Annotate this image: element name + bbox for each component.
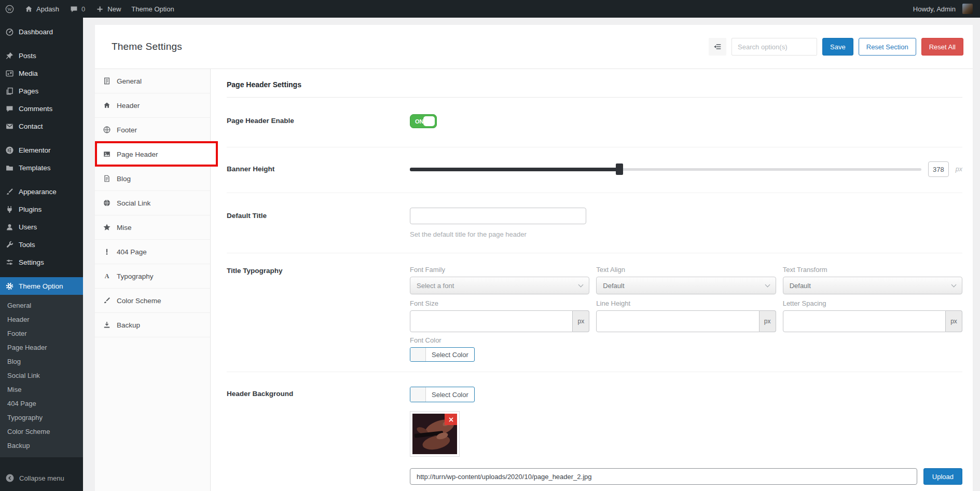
- tab-social-link[interactable]: Social Link: [95, 191, 210, 215]
- sidebar-item-pages[interactable]: Pages: [0, 82, 83, 100]
- comment-icon: [5, 104, 14, 113]
- default-title-help: Set the default title for the page heade…: [410, 230, 962, 238]
- theme-option-submenu: General Header Footer Page Header Blog S…: [0, 295, 83, 457]
- text-transform-label: Text Transform: [783, 266, 962, 274]
- submenu-item-mise[interactable]: Mise: [0, 383, 83, 397]
- slider-track[interactable]: [410, 168, 921, 171]
- banner-height-value-input[interactable]: [928, 161, 949, 177]
- font-family-select[interactable]: Select a font: [410, 277, 589, 294]
- select-color-label: Select Color: [426, 387, 474, 402]
- tab-color-scheme[interactable]: Color Scheme: [95, 289, 210, 313]
- tab-label: Social Link: [117, 199, 150, 207]
- card-body: General Header Footer Page Header Blog S…: [95, 69, 973, 491]
- submenu-item-general[interactable]: General: [0, 298, 83, 312]
- submenu-item-backup[interactable]: Backup: [0, 439, 83, 453]
- reset-all-button[interactable]: Reset All: [921, 38, 963, 56]
- upload-button[interactable]: Upload: [923, 468, 962, 485]
- color-swatch: [410, 387, 426, 402]
- default-title-input[interactable]: [410, 208, 586, 224]
- tab-footer[interactable]: Footer: [95, 118, 210, 142]
- tab-blog[interactable]: Blog: [95, 167, 210, 191]
- comments-count: 0: [81, 5, 85, 13]
- plug-icon: [5, 205, 14, 214]
- sidebar-item-contact[interactable]: Contact: [0, 117, 83, 135]
- collapse-arrow-icon: [5, 473, 15, 483]
- site-name-menu[interactable]: Apdash: [19, 0, 64, 18]
- remove-image-button[interactable]: [445, 414, 457, 425]
- theme-option-toolbar-label: Theme Option: [131, 5, 174, 13]
- admin-bar-left: W Apdash 0 New Theme Option: [0, 0, 180, 18]
- sidebar-item-templates[interactable]: Templates: [0, 159, 83, 176]
- font-color-picker-button[interactable]: Select Color: [410, 347, 475, 362]
- tab-404-page[interactable]: 404 Page: [95, 240, 210, 264]
- brush-icon: [5, 187, 14, 196]
- sidebar-item-media[interactable]: Media: [0, 64, 83, 82]
- new-content-menu[interactable]: New: [90, 0, 126, 18]
- sidebar-item-users[interactable]: Users: [0, 218, 83, 236]
- sidebar-item-appearance[interactable]: Appearance: [0, 183, 83, 200]
- tab-typography[interactable]: ATypography: [95, 264, 210, 289]
- page-header-enable-toggle[interactable]: ON: [410, 114, 437, 128]
- admin-bar-right: Howdy, Admin: [908, 0, 980, 18]
- tab-label: Header: [117, 102, 140, 110]
- sidebar-item-label: Pages: [19, 87, 38, 95]
- sidebar-item-theme-option[interactable]: Theme Option: [0, 277, 83, 295]
- sliders-icon: [5, 258, 14, 267]
- tab-header[interactable]: Header: [95, 93, 210, 118]
- theme-settings-card: Theme Settings Save Reset Section Reset …: [95, 25, 973, 491]
- sidebar-item-dashboard[interactable]: Dashboard: [0, 23, 83, 40]
- sidebar-item-comments[interactable]: Comments: [0, 100, 83, 117]
- letter-spacing-input[interactable]: [783, 310, 946, 332]
- sidebar-item-tools[interactable]: Tools: [0, 236, 83, 253]
- sidebar-item-plugins[interactable]: Plugins: [0, 200, 83, 218]
- line-height-input[interactable]: [596, 310, 759, 332]
- sidebar-item-settings[interactable]: Settings: [0, 253, 83, 271]
- sidebar-item-label: Media: [19, 70, 38, 77]
- header-background-color-button[interactable]: Select Color: [410, 387, 475, 402]
- letter-spacing-field: px: [783, 310, 962, 332]
- collapse-menu-button[interactable]: Collapse menu: [0, 469, 83, 487]
- slider-handle[interactable]: [616, 163, 623, 175]
- search-input[interactable]: [731, 38, 817, 56]
- submenu-item-404-page[interactable]: 404 Page: [0, 397, 83, 411]
- wordpress-logo-menu[interactable]: W: [0, 0, 19, 18]
- text-align-value: Default: [603, 282, 624, 290]
- submenu-item-color-scheme[interactable]: Color Scheme: [0, 425, 83, 439]
- sidebar-item-elementor[interactable]: Elementor: [0, 141, 83, 159]
- field-control: Set the default title for the page heade…: [410, 208, 962, 238]
- sidebar-item-label: Users: [19, 223, 37, 231]
- text-transform-select[interactable]: Default: [783, 277, 962, 294]
- pin-icon: [5, 51, 14, 60]
- field-title-typography: Title Typography Font Family Select a fo…: [227, 253, 962, 372]
- theme-option-toolbar-link[interactable]: Theme Option: [126, 0, 179, 18]
- font-size-label: Font Size: [410, 299, 589, 307]
- toggle-knob: [423, 116, 435, 126]
- letter-spacing-cell: Letter Spacing px: [783, 299, 962, 332]
- submenu-item-header[interactable]: Header: [0, 312, 83, 326]
- submenu-item-typography[interactable]: Typography: [0, 411, 83, 425]
- save-button[interactable]: Save: [822, 38, 853, 56]
- tab-general[interactable]: General: [95, 69, 210, 93]
- font-size-input[interactable]: [410, 310, 573, 332]
- submenu-item-blog[interactable]: Blog: [0, 354, 83, 369]
- elementor-icon: [5, 146, 14, 155]
- tab-backup[interactable]: Backup: [95, 313, 210, 337]
- field-default-title: Default Title Set the default title for …: [227, 193, 962, 253]
- comments-menu[interactable]: 0: [64, 0, 90, 18]
- media-url-input[interactable]: [410, 468, 917, 485]
- submenu-item-social-link[interactable]: Social Link: [0, 369, 83, 383]
- submenu-item-page-header[interactable]: Page Header: [0, 340, 83, 354]
- text-align-select[interactable]: Default: [596, 277, 776, 294]
- expand-options-button[interactable]: [709, 38, 726, 56]
- page-title: Theme Settings: [112, 41, 182, 52]
- font-family-value: Select a font: [417, 282, 454, 290]
- sidebar-item-label: Tools: [19, 241, 35, 249]
- sidebar-item-posts[interactable]: Posts: [0, 47, 83, 64]
- tab-page-header[interactable]: Page Header: [95, 142, 210, 167]
- reset-section-button[interactable]: Reset Section: [859, 38, 916, 56]
- tab-mise[interactable]: Mise: [95, 215, 210, 240]
- font-family-label: Font Family: [410, 266, 589, 274]
- home-icon: [24, 5, 33, 13]
- my-account-menu[interactable]: Howdy, Admin: [908, 0, 980, 18]
- submenu-item-footer[interactable]: Footer: [0, 326, 83, 340]
